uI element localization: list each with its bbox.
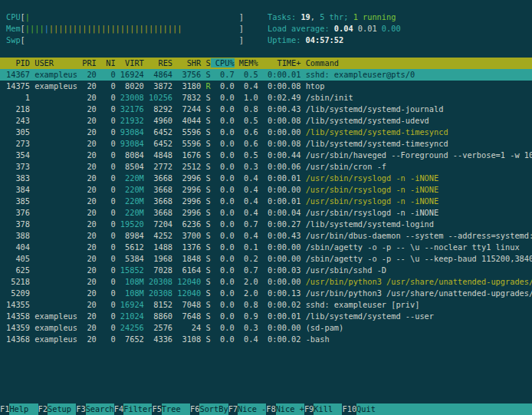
process-row[interactable]: 273 20 0 93084 6452 5596 S 0.0 0.6 0:00.… — [0, 138, 532, 150]
cell-shr: 7648 — [172, 311, 201, 321]
column-header-s[interactable]: S — [201, 58, 210, 68]
column-header-res[interactable]: RES — [144, 58, 172, 68]
column-header-mem[interactable]: MEM% — [235, 58, 258, 68]
fn-search-button[interactable]: Search — [86, 403, 114, 415]
cell-pri: 20 — [77, 219, 97, 229]
cell-time: 0:00.01 — [258, 173, 301, 183]
fn-setup-button[interactable]: Setup — [48, 403, 76, 415]
process-row[interactable]: 5209 20 0 108M 20308 12040 S 0.0 2.0 0:0… — [0, 288, 532, 299]
cell-user — [30, 104, 77, 114]
process-table-rows: 14367 exampleus 20 0 16924 4864 3756 S 0… — [0, 69, 532, 345]
fn-tree-button[interactable]: Tree — [162, 403, 190, 415]
process-row[interactable]: 14359 exampleus 20 0 24256 2576 24 S 0.0… — [0, 322, 532, 334]
cell-pri: 20 — [77, 323, 97, 332]
process-row[interactable]: 384 20 0 220M 3668 2996 S 0.0 0.4 0:00.0… — [0, 184, 532, 196]
cell-ni: 0 — [97, 265, 116, 275]
fn-nice-up-button[interactable]: Nice + — [276, 403, 304, 415]
fn-key-label: F6 — [190, 403, 199, 415]
cell-shr: 3180 — [172, 81, 201, 91]
cell-user: exampleus — [30, 81, 77, 91]
process-row[interactable]: 404 20 0 5612 1488 1376 S 0.0 0.1 0:00.0… — [0, 242, 532, 253]
fn-filter-button[interactable]: Filter — [123, 403, 152, 415]
fn-kill-button[interactable]: Kill — [314, 403, 342, 415]
cell-cpu: 0.0 — [211, 219, 235, 229]
cell-pid: 388 — [6, 231, 30, 240]
cell-user — [30, 162, 77, 171]
cell-virt: 5384 — [116, 254, 144, 263]
cell-res: 3668 — [144, 185, 172, 194]
cell-shr: 2512 — [172, 162, 201, 171]
cell-cpu: 0.0 — [211, 277, 235, 286]
cell-time: 0:00.00 — [258, 185, 301, 194]
cell-ni: 0 — [97, 219, 116, 229]
cell-time: 0:00.43 — [258, 231, 301, 240]
cell-pid: 273 — [6, 139, 30, 148]
cell-user — [30, 300, 77, 309]
cell-res: 4252 — [144, 231, 172, 240]
process-row[interactable]: 373 20 0 8504 2772 2512 S 0.0 0.3 0:00.0… — [0, 161, 532, 173]
cell-cpu: 0.0 — [211, 300, 235, 309]
process-row[interactable]: 388 20 0 8984 4252 3700 S 0.0 0.4 0:00.4… — [0, 230, 532, 242]
fn-quit-button[interactable]: Quit — [356, 403, 385, 415]
cell-s: S — [201, 323, 210, 332]
column-header-virt[interactable]: VIRT — [116, 58, 144, 68]
fn-nice-down-button[interactable]: Nice - — [238, 403, 266, 415]
column-header-ni[interactable]: NI — [97, 58, 116, 68]
process-row[interactable]: 218 20 0 32176 8292 7244 S 0.0 0.8 0:00.… — [0, 104, 532, 115]
column-header-user[interactable]: USER — [30, 58, 77, 68]
fn-help-button[interactable]: Help — [9, 403, 38, 415]
cell-cpu: 0.0 — [211, 254, 235, 263]
cell-cpu: 0.0 — [211, 231, 235, 240]
column-header-pri[interactable]: PRI — [77, 58, 97, 68]
mem-meter: Mem[||||||||||||||||||||||||||||||||| ] — [6, 24, 244, 33]
cell-command: /usr/sbin/haveged --Foreground --verbose… — [300, 150, 532, 160]
process-row-selected[interactable]: 14367 exampleus 20 0 16924 4864 3756 S 0… — [0, 69, 532, 81]
process-row[interactable]: 243 20 0 21932 4960 4044 S 0.0 0.5 0:00.… — [0, 115, 532, 127]
fn-sortby-button[interactable]: SortBy — [199, 403, 228, 415]
htop-terminal: CPU[| ] Tasks: 19, 5 thr; 1 running Mem[… — [0, 0, 532, 415]
cell-time: 0:00.27 — [258, 219, 301, 229]
cell-pri: 20 — [77, 173, 97, 183]
mem-meter-line: Mem[||||||||||||||||||||||||||||||||| ] … — [0, 23, 532, 35]
column-header-command[interactable]: Command — [300, 58, 339, 68]
process-row[interactable]: 383 20 0 220M 3668 2996 S 0.0 0.4 0:00.0… — [0, 173, 532, 184]
process-row[interactable]: 354 20 0 8084 4848 1676 S 0.0 0.5 0:00.4… — [0, 150, 532, 161]
column-header-pid[interactable]: PID — [6, 58, 30, 68]
tasks-count: 19 — [300, 12, 310, 21]
process-row[interactable]: 376 20 0 220M 3668 2996 S 0.0 0.4 0:00.0… — [0, 207, 532, 219]
cell-mem: 0.3 — [235, 323, 258, 332]
cell-pid: 14355 — [6, 300, 30, 309]
cell-res: 6452 — [144, 127, 172, 137]
column-header-shr[interactable]: SHR — [172, 58, 201, 68]
cell-res: 1968 — [144, 254, 172, 263]
column-header-time[interactable]: TIME+ — [258, 58, 301, 68]
column-header-cpu[interactable]: CPU% — [211, 58, 235, 68]
process-row[interactable]: 625 20 0 15852 7028 6164 S 0.0 0.7 0:00.… — [0, 265, 532, 276]
process-row[interactable]: 405 20 0 5384 1968 1848 S 0.0 0.2 0:00.0… — [0, 253, 532, 265]
cell-mem: 0.8 — [235, 104, 258, 114]
meter-label: Mem — [6, 24, 21, 33]
cell-virt: 8084 — [116, 150, 144, 160]
cell-mem: 1.0 — [235, 93, 258, 102]
cell-mem: 0.6 — [235, 127, 258, 137]
cell-shr: 6236 — [172, 219, 201, 229]
process-row[interactable]: 14368 exampleus 20 0 7652 4336 3108 S 0.… — [0, 334, 532, 345]
process-row[interactable]: 305 20 0 93084 6452 5596 S 0.0 0.6 0:00.… — [0, 127, 532, 138]
process-row[interactable]: 14355 20 0 16924 8152 7048 S 0.0 0.8 0:0… — [0, 299, 532, 311]
process-row[interactable]: 14375 exampleus 20 0 8020 3872 3180 R 0.… — [0, 81, 532, 92]
cell-mem: 0.2 — [235, 254, 258, 263]
process-row[interactable]: 14358 exampleus 20 0 21024 8860 7648 S 0… — [0, 311, 532, 322]
process-row[interactable]: 1 20 0 23008 10256 7832 S 0.0 1.0 0:02.4… — [0, 92, 532, 104]
meter-bar-green: |||| — [25, 24, 44, 33]
cell-ni: 0 — [97, 277, 116, 286]
cell-command: /usr/bin/python3 /usr/share/unattended-u… — [300, 288, 532, 298]
empty-terminal-area — [0, 345, 532, 403]
cell-time: 0:00.44 — [258, 150, 301, 160]
cell-user — [30, 219, 77, 229]
process-row[interactable]: 5218 20 0 108M 20308 12040 S 0.0 2.0 0:0… — [0, 276, 532, 288]
process-row[interactable]: 378 20 0 19520 7204 6236 S 0.0 0.7 0:00.… — [0, 219, 532, 230]
cell-shr: 2996 — [172, 208, 201, 217]
cell-s: S — [201, 208, 210, 217]
cell-mem: 0.5 — [235, 116, 258, 125]
process-row[interactable]: 385 20 0 220M 3668 2996 S 0.0 0.4 0:00.0… — [0, 196, 532, 207]
